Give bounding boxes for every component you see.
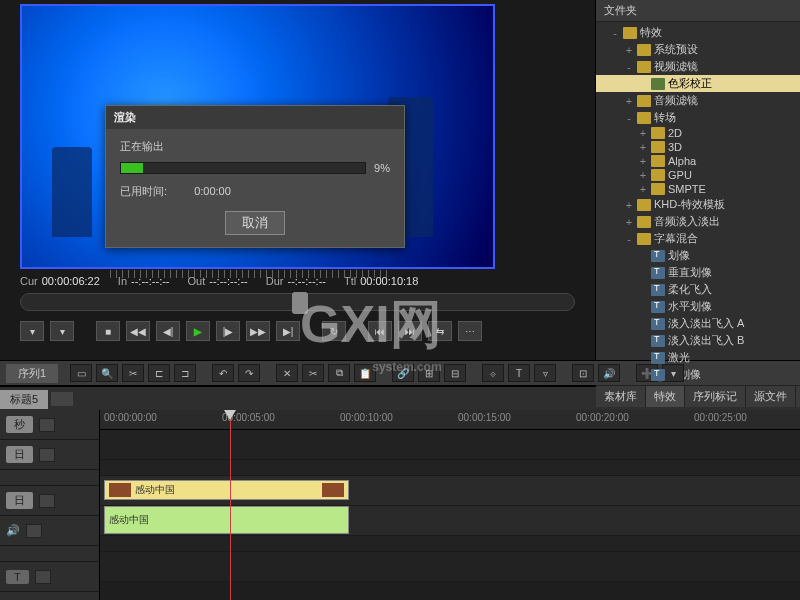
tree-item-10[interactable]: +SMPTE (596, 182, 800, 196)
fit-button[interactable]: ⊡ (572, 364, 594, 382)
spacer-track (100, 430, 800, 460)
tool-zoom[interactable]: 🔍 (96, 364, 118, 382)
copy-button[interactable]: ⧉ (328, 364, 350, 382)
shuttle-button[interactable]: ⇆ (428, 321, 452, 341)
tree-item-20[interactable]: 激光 (596, 349, 800, 366)
delete-button[interactable]: ✕ (276, 364, 298, 382)
stop-button[interactable]: ■ (96, 321, 120, 341)
mark-out-button[interactable]: ▾ (50, 321, 74, 341)
tree-item-0[interactable]: -特效 (596, 24, 800, 41)
mark-in-button[interactable]: ▾ (20, 321, 44, 341)
tree-item-6[interactable]: +2D (596, 126, 800, 140)
video-clip[interactable]: 感动中国 (104, 480, 349, 500)
folder-icon (651, 169, 665, 181)
next-frame-button[interactable]: |▶ (216, 321, 240, 341)
timeline-area[interactable]: 00:00:00:0000:00:05:0000:00:10:0000:00:1… (100, 410, 800, 600)
speaker-icon[interactable]: 🔊 (6, 524, 20, 537)
tool-select[interactable]: ▭ (70, 364, 92, 382)
paste-button[interactable]: 📋 (354, 364, 376, 382)
sequence-tab[interactable]: 序列1 (6, 364, 58, 383)
clip-thumbnail (322, 483, 344, 497)
jog-left-button[interactable]: ⏮ (368, 321, 392, 341)
audio-track[interactable]: 感动中国 (100, 506, 800, 536)
redo-button[interactable]: ↷ (238, 364, 260, 382)
tree-item-19[interactable]: 淡入淡出飞入 B (596, 332, 800, 349)
snap-dropdown[interactable] (51, 392, 73, 406)
rewind-button[interactable]: ◀◀ (126, 321, 150, 341)
prev-frame-button[interactable]: ◀| (156, 321, 180, 341)
video-track[interactable]: 感动中国 (100, 476, 800, 506)
dialog-title: 渲染 (106, 106, 404, 129)
tree-item-9[interactable]: +GPU (596, 168, 800, 182)
side-tab-3[interactable]: 源文件 (746, 386, 796, 407)
folder-icon (651, 183, 665, 195)
more-button[interactable]: ▾ (662, 364, 684, 382)
folder-icon (651, 155, 665, 167)
undo-button[interactable]: ↶ (212, 364, 234, 382)
tree-item-15[interactable]: 垂直划像 (596, 264, 800, 281)
tree-item-5[interactable]: -转场 (596, 109, 800, 126)
t-icon (651, 301, 665, 313)
folder-icon (637, 44, 651, 56)
side-tab-2[interactable]: 序列标记 (685, 386, 746, 407)
side-tab-1[interactable]: 特效 (646, 386, 685, 407)
elapsed-value: 0:00:00 (194, 185, 231, 197)
ungroup-button[interactable]: ⊟ (444, 364, 466, 382)
unit-label[interactable]: 秒 (6, 416, 33, 433)
tree-item-13[interactable]: -字幕混合 (596, 230, 800, 247)
group-button[interactable]: ⊞ (418, 364, 440, 382)
panel-tabs: 素材库特效序列标记源文件 (596, 385, 800, 407)
tree-item-8[interactable]: +Alpha (596, 154, 800, 168)
link-button[interactable]: 🔗 (392, 364, 414, 382)
transition-button[interactable]: ⟐ (482, 364, 504, 382)
track-icon[interactable] (39, 448, 55, 462)
video-track-label[interactable]: 日 (6, 446, 33, 463)
folder-icon (651, 141, 665, 153)
tree-item-16[interactable]: 柔化飞入 (596, 281, 800, 298)
marker-button[interactable]: ▿ (534, 364, 556, 382)
loop-button[interactable]: ↻ (322, 321, 346, 341)
playhead[interactable] (230, 410, 231, 600)
track-icon[interactable] (39, 494, 55, 508)
tree-item-14[interactable]: 划像 (596, 247, 800, 264)
tree-item-21[interactable]: 软划像 (596, 366, 800, 383)
expand-icon[interactable] (39, 418, 55, 432)
title-track-label[interactable]: T (6, 570, 29, 584)
clip-thumbnail (109, 483, 131, 497)
scrub-bar[interactable] (20, 293, 575, 311)
tree-item-7[interactable]: +3D (596, 140, 800, 154)
track-icon[interactable] (26, 524, 42, 538)
title-track[interactable] (100, 552, 800, 582)
end-button[interactable]: ▶| (276, 321, 300, 341)
tree-item-4[interactable]: +音频滤镜 (596, 92, 800, 109)
tree-item-1[interactable]: +系统预设 (596, 41, 800, 58)
tree-item-2[interactable]: -视频滤镜 (596, 58, 800, 75)
tree-item-12[interactable]: +音频淡入淡出 (596, 213, 800, 230)
cancel-button[interactable]: 取消 (225, 211, 285, 235)
tree-item-17[interactable]: 水平划像 (596, 298, 800, 315)
forward-button[interactable]: ▶▶ (246, 321, 270, 341)
tree-item-11[interactable]: +KHD-特效模板 (596, 196, 800, 213)
timeline-ruler[interactable]: 00:00:00:0000:00:05:0000:00:10:0000:00:1… (100, 410, 800, 430)
ruler-tick: 00:00:00:00 (104, 412, 157, 423)
extra-button[interactable]: ⋯ (458, 321, 482, 341)
tool-cut[interactable]: ✂ (122, 364, 144, 382)
tree-item-3[interactable]: 色彩校正 (596, 75, 800, 92)
audio-button[interactable]: 🔊 (598, 364, 620, 382)
spacer-track (100, 536, 800, 552)
play-button[interactable]: ▶ (186, 321, 210, 341)
folder-icon (637, 233, 651, 245)
cut-button[interactable]: ✂ (302, 364, 324, 382)
track-icon[interactable] (35, 570, 51, 584)
side-tab-0[interactable]: 素材库 (596, 386, 646, 407)
tool-trim[interactable]: ⊏ (148, 364, 170, 382)
title-tab[interactable]: 标题5 (0, 390, 48, 409)
audio-clip[interactable]: 感动中国 (104, 506, 349, 534)
video-track2-label[interactable]: 日 (6, 492, 33, 509)
tool-slip[interactable]: ⊐ (174, 364, 196, 382)
title-button[interactable]: T (508, 364, 530, 382)
tree-item-18[interactable]: 淡入淡出飞入 A (596, 315, 800, 332)
folder-icon (637, 112, 651, 124)
jog-right-button[interactable]: ⏭ (398, 321, 422, 341)
scrub-handle[interactable] (292, 292, 308, 314)
